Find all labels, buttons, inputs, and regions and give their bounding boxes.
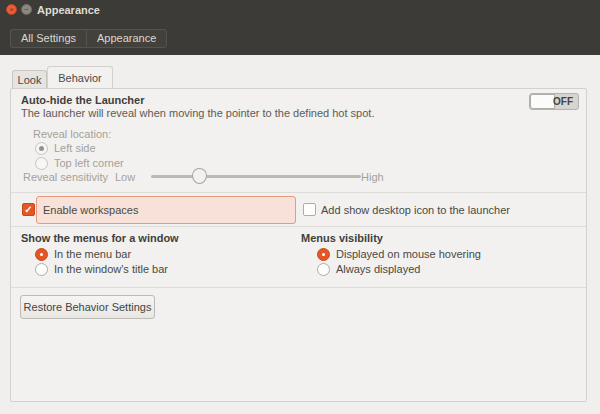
toggle-knob-icon bbox=[530, 94, 555, 109]
separator bbox=[11, 226, 586, 227]
restore-behavior-settings-button[interactable]: Restore Behavior Settings bbox=[20, 295, 155, 319]
tab-behavior[interactable]: Behavior bbox=[47, 66, 113, 88]
radio-top-left-corner-label: Top left corner bbox=[54, 157, 124, 169]
radio-title-bar-label[interactable]: In the window's title bar bbox=[54, 263, 168, 275]
sensitivity-slider-handle[interactable] bbox=[192, 168, 207, 184]
appearance-button[interactable]: Appearance bbox=[86, 29, 167, 48]
menus-window-title: Show the menus for a window bbox=[21, 232, 179, 244]
radio-top-left-corner[interactable] bbox=[35, 157, 48, 170]
autohide-description: The launcher will reveal when moving the… bbox=[21, 107, 374, 119]
enable-workspaces-label[interactable]: Enable workspaces bbox=[43, 204, 138, 216]
window-title: Appearance bbox=[37, 4, 100, 16]
autohide-title: Auto-hide the Launcher bbox=[21, 94, 144, 106]
breadcrumb-toolbar: All Settings Appearance bbox=[10, 29, 167, 48]
separator bbox=[11, 192, 586, 193]
radio-title-bar[interactable] bbox=[35, 263, 48, 276]
minimize-icon[interactable]: − bbox=[21, 4, 32, 15]
behavior-panel: Auto-hide the Launcher The launcher will… bbox=[10, 88, 587, 402]
radio-menu-bar[interactable] bbox=[35, 248, 48, 261]
radio-always-displayed[interactable] bbox=[317, 263, 330, 276]
menus-visibility-title: Menus visibility bbox=[301, 232, 383, 244]
sensitivity-low-label: Low bbox=[115, 171, 135, 183]
titlebar: × − Appearance bbox=[0, 0, 600, 22]
radio-mouse-hovering[interactable] bbox=[317, 248, 330, 261]
reveal-location-label: Reveal location: bbox=[33, 128, 111, 140]
radio-always-displayed-label[interactable]: Always displayed bbox=[336, 263, 420, 275]
radio-mouse-hovering-label[interactable]: Displayed on mouse hovering bbox=[336, 248, 481, 260]
sensitivity-slider-track[interactable] bbox=[151, 175, 361, 178]
close-icon[interactable]: × bbox=[6, 4, 17, 15]
toggle-state-label: OFF bbox=[553, 96, 573, 107]
sensitivity-label: Reveal sensitivity bbox=[23, 171, 108, 183]
window-header: × − Appearance All Settings Appearance bbox=[0, 0, 600, 55]
radio-menu-bar-label[interactable]: In the menu bar bbox=[54, 248, 131, 260]
all-settings-button[interactable]: All Settings bbox=[10, 29, 86, 48]
sensitivity-high-label: High bbox=[361, 171, 384, 183]
radio-left-side[interactable] bbox=[35, 142, 48, 155]
show-desktop-checkbox[interactable] bbox=[303, 203, 316, 216]
radio-left-side-label: Left side bbox=[54, 142, 96, 154]
tab-look[interactable]: Look bbox=[12, 70, 47, 88]
separator bbox=[11, 287, 586, 288]
appearance-window: × − Appearance All Settings Appearance L… bbox=[0, 0, 600, 414]
show-desktop-label[interactable]: Add show desktop icon to the launcher bbox=[321, 204, 510, 216]
enable-workspaces-checkbox[interactable]: ✓ bbox=[22, 203, 35, 216]
autohide-toggle[interactable]: OFF bbox=[529, 93, 579, 110]
